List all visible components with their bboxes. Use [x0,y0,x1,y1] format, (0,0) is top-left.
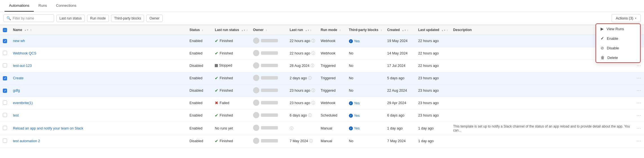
sort-icons: ⫶ [265,29,267,32]
info-icon[interactable]: ⓘ [311,100,315,106]
col-header-status[interactable]: Status ⫶ [187,25,212,35]
table-row: Reload an app and notify your team on Sl… [0,122,644,135]
row-name[interactable]: test-aut-123 [10,60,187,72]
actions-button[interactable]: Actions (3) ▾ [612,14,641,22]
row-checkbox[interactable]: ✓ [3,76,7,80]
row-checkbox-cell [0,47,10,60]
actions-dropdown-item-enable[interactable]: ✓ Enable [596,34,640,43]
row-name[interactable]: new wh [10,35,187,47]
info-icon[interactable]: ⓘ [311,63,314,68]
row-owner [250,109,287,122]
info-icon[interactable]: ⓘ [290,126,293,131]
row-more-actions[interactable]: ··· [634,122,644,135]
row-checkbox[interactable] [3,51,7,55]
row-name[interactable]: eventbrite(1) [10,97,187,109]
filter-icon: ⫶ [30,28,32,32]
sort-icons: ▲▼ ⫶ [305,29,311,32]
row-name[interactable]: Webhook QCS [10,47,187,60]
filter-owner[interactable]: Owner [146,15,162,22]
actions-dropdown-item-disable[interactable]: ⊘ Disable [596,43,640,53]
row-last-run: 28 Aug 2024ⓘ [287,60,318,72]
table-row: test automation 2Disabled✔Finished7 May … [0,135,644,147]
actions-dropdown-item-view-runs[interactable]: ▶ View Runs [596,24,640,34]
col-header-name[interactable]: Name ▲▼ ⫶ [10,25,187,35]
filter-last-run-status[interactable]: Last run status [56,15,85,22]
row-checkbox-cell [0,135,10,147]
row-checkbox[interactable] [3,100,7,105]
info-icon[interactable]: ⓘ [311,88,315,93]
search-icon: 🔍 [6,16,11,20]
row-last-updated: 22 hours ago [415,35,450,47]
actions-dropdown-item-delete[interactable]: 🗑 Delete [596,53,640,62]
row-last-run-status: ✔Finished [212,35,250,47]
tab-automations[interactable]: Automations [5,0,34,12]
row-created: 14 May 2024 [384,47,415,60]
sort-icons: ⫶ [380,29,382,32]
enable-label: Enable [607,36,618,41]
table-row: ✓gdfgDisabled✔Finished23 hours agoⓘTrigg… [0,84,644,97]
row-checkbox[interactable]: ✓ [3,39,7,43]
table-row: ✓new whEnabled✔Finished22 hours agoⓘWebh… [0,35,644,47]
filter-third-party-blocks[interactable]: Third-party blocks [111,15,144,22]
row-checkbox-cell [0,122,10,135]
sort-icons: ▲▼ ⫶ [402,29,408,32]
row-last-run-status: ✔Finished [212,135,250,147]
sort-icons: ⫶ [202,29,203,32]
table-row: ✓CreateEnabled✔Finished2 days agoⓘTrigge… [0,72,644,84]
row-more-actions[interactable]: ··· [634,72,644,84]
row-checkbox[interactable] [3,113,7,117]
row-name[interactable]: Create [10,72,187,84]
table-row: Webhook QCSEnabled✔Finished22 hours agoⓘ… [0,47,644,60]
row-last-run: 22 hours agoⓘ [287,35,318,47]
row-more-actions[interactable]: ··· [634,97,644,109]
row-third-party: iYes [346,97,384,109]
table-row: testEnabled✔Finished6 days agoⓘScheduled… [0,109,644,122]
delete-icon: 🗑 [601,55,605,60]
row-checkbox[interactable] [3,63,7,67]
row-owner [250,84,287,97]
chevron-down-icon: ▾ [635,17,636,20]
table-row: eventbrite(1)Enabled✖Failed23 hours agoⓘ… [0,97,644,109]
info-icon[interactable]: ⓘ [311,51,315,56]
col-header-thirdparty[interactable]: Third-party blocks ⫶ [346,25,384,35]
row-third-party: No [346,47,384,60]
row-checkbox[interactable]: ✓ [3,89,7,93]
row-last-updated: 23 hours ago [415,109,450,122]
filter-run-mode[interactable]: Run mode [87,15,109,22]
row-name[interactable]: Reload an app and notify your team on Sl… [10,122,187,135]
row-status: Disabled [187,60,212,72]
row-more-actions[interactable]: ··· [634,109,644,122]
row-last-run: 22 hours agoⓘ [287,47,318,60]
disable-icon: ⊘ [601,46,604,50]
col-header-lastrun[interactable]: Last run ▲▼ ⫶ [287,25,318,35]
col-header-check: — [0,25,10,35]
row-third-party: No [346,60,384,72]
info-icon[interactable]: ⓘ [309,139,313,144]
row-name[interactable]: test [10,109,187,122]
row-last-run: 23 hours agoⓘ [287,97,318,109]
row-more-actions[interactable]: ··· [634,84,644,97]
col-header-lastrunstatus[interactable]: Last run status ▲▼ ⫶ [212,25,250,35]
row-name[interactable]: test automation 2 [10,135,187,147]
row-owner [250,47,287,60]
row-description [450,72,634,84]
info-icon[interactable]: ⓘ [308,76,312,81]
row-last-updated: 22 hours ago [415,47,450,60]
row-checkbox[interactable] [3,139,7,143]
actions-dropdown: ▶ View Runs ✓ Enable ⊘ Disable 🗑 Delete [596,23,641,63]
col-header-runmode[interactable]: Run mode ⫶ [318,25,346,35]
search-input[interactable]: 🔍 Filter by name [3,14,54,22]
row-name[interactable]: gdfg [10,84,187,97]
row-status: Enabled [187,72,212,84]
row-more-actions[interactable]: ··· [634,135,644,147]
info-icon[interactable]: ⓘ [311,38,315,43]
tab-runs[interactable]: Runs [34,0,51,12]
info-icon[interactable]: ⓘ [308,113,312,118]
select-all-checkbox[interactable]: — [3,28,7,32]
tab-connections[interactable]: Connections [52,0,81,12]
row-checkbox[interactable] [3,126,7,130]
col-header-lastupdated[interactable]: Last updated ▲▼ ⫶ [415,25,450,35]
col-header-created[interactable]: Created ▲▼ ⫶ [384,25,415,35]
col-header-owner[interactable]: Owner ⫶ [250,25,287,35]
check-icon: ✓ [601,36,604,41]
